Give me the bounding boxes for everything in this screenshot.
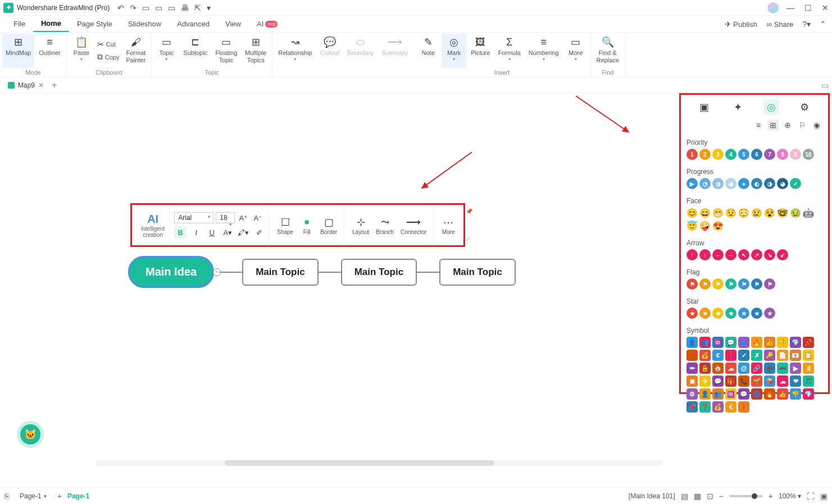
fit-page-icon[interactable]: ⊡ [707,492,713,501]
mark-item[interactable]: 😳 [738,207,749,218]
mark-item[interactable]: ◑ [764,178,775,189]
qat-dropdown-icon[interactable]: ▾ [207,3,211,12]
symbol-mark[interactable]: ⚙ [686,388,698,400]
mark-item[interactable]: ⚑ [725,278,736,290]
symbol-mark[interactable]: ❤ [790,375,801,387]
minimize-button[interactable]: — [786,3,794,12]
more-insert-button[interactable]: ▭More▾ [563,34,588,68]
panel-tab-settings[interactable]: ⚙ [797,99,812,115]
branch-button[interactable]: ⤳Branch [372,214,397,236]
symbol-mark[interactable]: 👎 [790,388,801,400]
zoom-out-button[interactable]: − [719,492,724,501]
symbol-mark[interactable]: 👤 [699,388,711,400]
outline-panel-icon[interactable]: ⎘ [4,492,9,501]
underline-button[interactable]: U [206,226,218,239]
border-button[interactable]: ▢Border [317,214,340,236]
new-icon[interactable]: ▭ [155,3,162,12]
fill-button[interactable]: ●Fill [297,214,317,236]
mark-item[interactable]: ★ [764,308,775,319]
callout-button[interactable]: 💬Callout [317,34,343,68]
pin-icon[interactable]: 📌 [466,208,472,214]
mark-item[interactable]: 🤖 [803,207,814,218]
mark-item[interactable]: ◔ [699,178,711,189]
menu-view[interactable]: View [217,16,249,32]
symbol-mark[interactable]: ❓ [699,401,711,413]
symbol-mark[interactable]: 🌀 [751,388,762,400]
mark-item[interactable]: 7 [764,149,775,160]
symbol-mark[interactable]: 🔥 [764,388,775,400]
menu-advanced[interactable]: Advanced [169,16,217,32]
mark-item[interactable]: 5 [738,149,749,160]
shape-button[interactable]: ☐Shape [274,214,297,236]
mark-item[interactable]: ★ [738,308,749,319]
canvas[interactable]: AI intelligent creation Arial 18 A⁺ A⁻ B… [0,93,832,487]
floating-topic-button[interactable]: ▭Floating Topic [212,34,240,68]
mark-item[interactable]: ◑ [712,178,724,189]
mark-item[interactable]: ◕ [777,178,788,189]
symbol-mark[interactable]: 💰 [699,350,711,361]
view-mode-icon[interactable]: ▦ [694,492,701,501]
mark-item[interactable]: ⚑ [699,278,711,290]
mark-item[interactable]: ⚑ [751,278,762,290]
mark-item[interactable]: 1 [686,149,698,160]
mindmap-button[interactable]: ⊞MindMap [2,34,34,68]
ai-assistant-fab[interactable]: 🐱 [17,421,44,448]
share-button[interactable]: ∞ Share [766,20,793,29]
zoom-thumb[interactable] [752,493,757,499]
italic-button[interactable]: I [190,226,202,239]
symbol-mark[interactable]: ✗ [751,350,762,361]
multiple-topics-button[interactable]: ⊞Multiple Topics [242,34,270,68]
symbol-mark[interactable]: 🔗 [751,363,762,374]
symbol-mark[interactable]: 🌱 [751,375,762,387]
page-dropdown[interactable]: Page-1 ▾ [15,491,52,502]
symbol-mark[interactable]: 🏠 [712,363,724,374]
symbol-mark[interactable]: ➕ [764,363,775,374]
add-mark-icon[interactable]: ⊕ [782,120,793,131]
highlight-button[interactable]: 🖍▾ [237,226,249,239]
mark-item[interactable]: ↘ [764,249,775,260]
symbol-mark[interactable]: ❗ [725,350,736,361]
document-tab[interactable]: Map9 ✕ [3,81,48,89]
symbol-mark[interactable]: ⏸ [803,363,814,374]
mark-item[interactable]: ↓ [699,249,711,260]
find-replace-button[interactable]: 🔍Find & Replace [593,34,622,68]
symbol-mark[interactable]: 💎 [790,337,801,348]
scrollbar-thumb[interactable] [225,460,494,466]
symbol-mark[interactable]: 💬 [738,388,749,400]
layout-button[interactable]: ⊹Layout [349,214,372,236]
symbol-mark[interactable]: 🌀 [738,337,749,348]
mark-item[interactable]: ◐ [751,178,762,189]
menu-file[interactable]: File [6,16,33,32]
symbol-mark[interactable]: ❓ [686,350,698,361]
close-button[interactable]: ✕ [822,3,829,12]
symbol-mark[interactable]: 📞 [738,375,749,387]
symbol-mark[interactable]: € [712,350,724,361]
expand-icon[interactable]: ⤢ [466,236,472,242]
mark-item[interactable]: ◕ [725,178,736,189]
picture-button[interactable]: 🖼Picture [467,34,493,68]
mark-item[interactable]: ⚑ [712,278,724,290]
ai-creation-button[interactable]: AI intelligent creation [137,207,170,243]
symbol-mark[interactable]: 👤 [686,337,698,348]
symbol-mark[interactable]: 💬 [712,375,724,387]
mark-item[interactable]: 10 [803,149,814,160]
mark-item[interactable]: 🤪 [699,220,711,231]
symbol-mark[interactable]: ☁ [777,375,788,387]
boundary-button[interactable]: ⬭Boundary [344,34,377,68]
view-list-icon[interactable]: ≡ [753,120,764,131]
open-icon[interactable]: ▭ [142,3,149,12]
symbol-mark[interactable]: 📋 [803,350,814,361]
mark-item[interactable]: ⚑ [764,278,775,290]
mark-settings-icon[interactable]: ◉ [811,120,822,131]
mark-item[interactable]: ▶ [686,178,698,189]
mark-item[interactable]: 6 [751,149,762,160]
symbol-mark[interactable]: € [725,401,736,413]
panel-tab-mark[interactable]: ◎ [763,99,779,115]
focus-mode-icon[interactable]: ▣ [820,492,828,501]
symbol-mark[interactable]: 👥 [699,337,711,348]
zoom-in-button[interactable]: + [769,492,773,501]
copy-button[interactable]: ⧉Copy [95,51,122,63]
mark-item[interactable]: ✓ [790,178,801,189]
add-page-icon[interactable]: + [57,492,62,501]
symbol-mark[interactable]: 🎁 [725,375,736,387]
